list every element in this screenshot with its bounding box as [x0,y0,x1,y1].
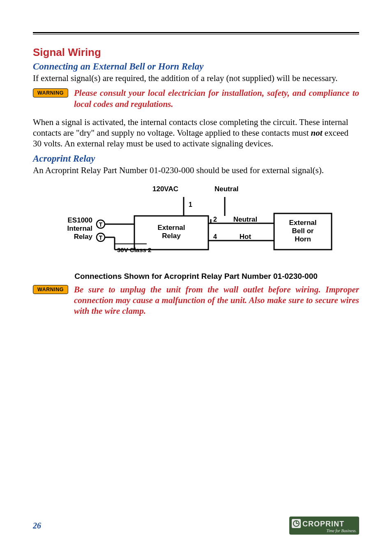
diagram-caption: Connections Shown for Acroprint Relay Pa… [33,272,359,281]
diagram-label-ext-relay-1: External [157,224,185,232]
diagram-label-120vac: 120VAC [152,185,178,193]
paragraph: When a signal is activated, the internal… [33,117,359,149]
brand-logo: CROPRINT Time for Business. [289,517,359,536]
svg-text:T: T [99,221,103,228]
diagram-label-es1000-2: Internal [67,225,92,232]
diagram-label-hot: Hot [240,233,251,241]
diagram-svg: 120VAC Neutral 1 External Relay ES1000 I… [52,180,340,266]
warning-block: WARNING Please consult your local electr… [33,88,359,109]
logo-tagline: Time for Business. [326,528,357,533]
diagram-label-bell-3: Horn [295,235,311,243]
diagram-label-bell-1: External [289,219,316,227]
diagram-label-neutral-top: Neutral [214,185,239,193]
diagram-label-ext-relay-2: Relay [162,232,181,240]
diagram-label-pin4: 4 [213,233,217,240]
wiring-diagram: 120VAC Neutral 1 External Relay ES1000 I… [33,180,359,266]
page-content: Signal Wiring Connecting an External Bel… [33,35,359,317]
warning-text: Be sure to unplug the unit from the wall… [74,284,359,317]
page-number: 26 [33,521,41,531]
top-rule-thick [33,32,359,33]
diagram-label-30v-class2: 30V Class 2 [117,246,151,253]
warning-block: WARNING Be sure to unplug the unit from … [33,284,359,317]
section-heading: Signal Wiring [33,46,359,59]
diagram-label-neutral: Neutral [233,215,258,223]
diagram-label-es1000-3: Relay [74,233,93,241]
diagram-label-bell-2: Bell or [292,227,314,235]
diagram-label-pin1: 1 [189,201,192,208]
warning-text: Please consult your local electrician fo… [74,88,359,109]
diagram-label-es1000-1: ES1000 [68,216,93,224]
emphasis-not: not [311,128,323,138]
document-page: Signal Wiring Connecting an External Bel… [0,0,392,556]
paragraph: An Acroprint Relay Part Number 01-0230-0… [33,165,359,176]
warning-icon: WARNING [33,285,68,294]
subsection-heading-acroprint-relay: Acroprint Relay [33,153,359,164]
subsection-heading-connecting: Connecting an External Bell or Horn Rela… [33,61,359,72]
paragraph: If external signal(s) are required, the … [33,73,359,83]
diagram-label-pin2: 2 [213,216,217,223]
warning-icon: WARNING [33,88,68,97]
logo-brand-text: CROPRINT [302,520,344,528]
svg-text:T: T [99,234,103,241]
text-run: When a signal is activated, the internal… [33,117,348,138]
